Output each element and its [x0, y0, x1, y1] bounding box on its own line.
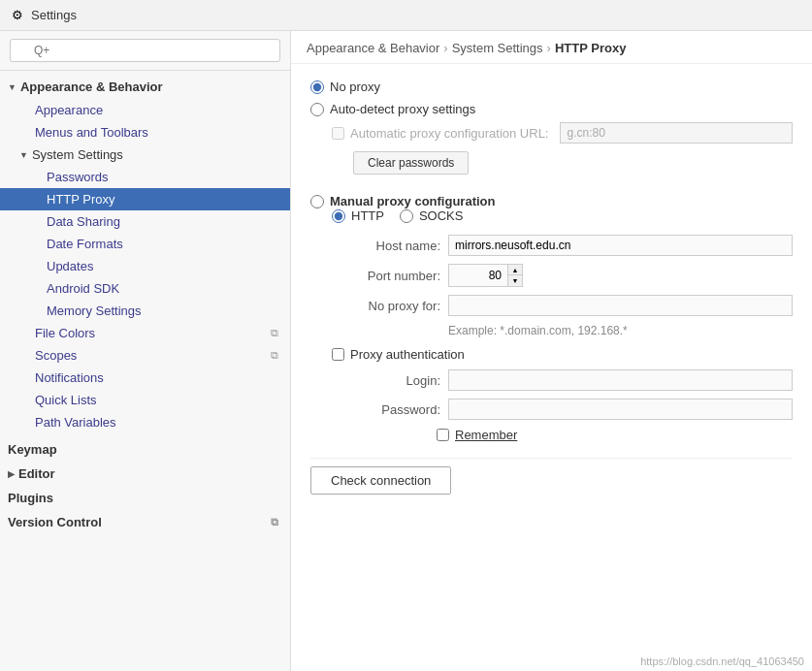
manual-proxy-label[interactable]: Manual proxy configuration	[330, 194, 495, 208]
search-wrapper: 🔍	[10, 39, 280, 62]
socks-radio[interactable]	[400, 209, 413, 223]
port-number-row: Port number: ▲ ▼	[332, 264, 793, 287]
http-radio-row: HTTP	[332, 208, 384, 223]
settings-icon: ⚙	[12, 8, 23, 22]
sidebar-section-label: Appearance & Behavior	[20, 80, 163, 94]
sidebar-item-scopes[interactable]: Scopes ⧉	[0, 344, 290, 367]
sidebar-item-system-settings[interactable]: ▼ System Settings	[0, 144, 290, 166]
manual-proxy-radio[interactable]	[310, 195, 324, 208]
host-name-row: Host name:	[332, 235, 793, 256]
proxy-auth-row: Proxy authentication	[332, 347, 793, 362]
http-socks-row: HTTP SOCKS	[332, 208, 793, 223]
breadcrumb-sep-2: ›	[547, 41, 551, 55]
title-bar: ⚙ Settings	[0, 0, 812, 31]
auto-config-label: Automatic proxy configuration URL:	[350, 126, 548, 141]
breadcrumb-sep-1: ›	[443, 41, 447, 55]
sidebar-item-data-sharing[interactable]: Data Sharing	[0, 210, 290, 233]
breadcrumb-part-2: System Settings	[452, 41, 543, 55]
sidebar-item-appearance[interactable]: Appearance	[0, 99, 290, 121]
login-input[interactable]	[448, 369, 793, 391]
sidebar-item-passwords[interactable]: Passwords	[0, 166, 290, 188]
breadcrumb-part-3: HTTP Proxy	[555, 41, 626, 55]
content-body: No proxy Auto-detect proxy settings Auto…	[291, 64, 812, 652]
login-label: Login:	[332, 373, 448, 388]
no-proxy-label[interactable]: No proxy	[330, 80, 380, 94]
port-number-input[interactable]	[449, 266, 507, 285]
example-text: Example: *.domain.com, 192.168.*	[448, 324, 793, 337]
no-proxy-for-row: No proxy for:	[332, 295, 793, 316]
expand-triangle-sys: ▼	[19, 150, 28, 160]
sidebar-item-menus-toolbars[interactable]: Menus and Toolbars	[0, 121, 290, 144]
no-proxy-row: No proxy	[310, 80, 793, 94]
socks-label[interactable]: SOCKS	[419, 208, 464, 223]
port-spinner: ▲ ▼	[448, 264, 523, 287]
watermark: https://blog.csdn.net/qq_41063450	[291, 652, 812, 671]
search-bar: 🔍	[0, 31, 290, 71]
login-row: Login:	[332, 369, 793, 391]
password-input[interactable]	[448, 399, 793, 420]
sidebar-item-android-sdk[interactable]: Android SDK	[0, 277, 290, 300]
host-name-input[interactable]	[448, 235, 793, 256]
window-title: Settings	[31, 8, 77, 22]
sidebar-item-plugins[interactable]: Plugins	[0, 486, 290, 510]
proxy-auth-label[interactable]: Proxy authentication	[350, 347, 465, 362]
auto-config-checkbox-row: Automatic proxy configuration URL:	[332, 122, 793, 144]
remember-row: Remember	[437, 428, 793, 442]
copy-icon-file-colors: ⧉	[271, 327, 278, 339]
password-row: Password:	[332, 399, 793, 420]
sidebar-content: ▼ Appearance & Behavior Appearance Menus…	[0, 71, 290, 538]
port-increment-button[interactable]: ▲	[508, 265, 522, 275]
remember-checkbox[interactable]	[437, 429, 449, 441]
main-container: 🔍 ▼ Appearance & Behavior Appearance Men…	[0, 31, 812, 671]
content-area: Appearance & Behavior › System Settings …	[291, 31, 812, 671]
check-connection-row: Check connection	[310, 458, 793, 495]
http-label[interactable]: HTTP	[351, 208, 384, 223]
sidebar-item-updates[interactable]: Updates	[0, 255, 290, 277]
sidebar-item-memory-settings[interactable]: Memory Settings	[0, 300, 290, 322]
auto-detect-label[interactable]: Auto-detect proxy settings	[330, 102, 475, 116]
sidebar-item-date-formats[interactable]: Date Formats	[0, 233, 290, 255]
proxy-auth-checkbox[interactable]	[332, 348, 344, 361]
http-radio[interactable]	[332, 209, 345, 223]
no-proxy-for-label: No proxy for:	[332, 299, 448, 313]
sidebar-item-http-proxy[interactable]: HTTP Proxy	[0, 188, 290, 210]
auto-config-section: Automatic proxy configuration URL: Clear…	[332, 122, 793, 186]
check-connection-button[interactable]: Check connection	[310, 466, 451, 495]
search-input[interactable]	[10, 39, 280, 62]
sidebar: 🔍 ▼ Appearance & Behavior Appearance Men…	[0, 31, 291, 671]
remember-label[interactable]: Remember	[455, 428, 517, 442]
auto-config-url-input[interactable]	[560, 122, 793, 144]
sidebar-item-file-colors[interactable]: File Colors ⧉	[0, 322, 290, 344]
auto-detect-row: Auto-detect proxy settings	[310, 102, 793, 116]
sidebar-item-path-variables[interactable]: Path Variables	[0, 411, 290, 433]
port-number-label: Port number:	[332, 269, 448, 283]
copy-icon-scopes: ⧉	[271, 349, 278, 362]
expand-triangle: ▼	[8, 82, 16, 92]
socks-radio-row: SOCKS	[400, 208, 464, 223]
clear-passwords-btn-wrapper: Clear passwords	[332, 151, 793, 186]
sidebar-item-keymap[interactable]: Keymap	[0, 437, 290, 462]
spinner-buttons: ▲ ▼	[507, 265, 522, 286]
breadcrumb-part-1: Appearance & Behavior	[307, 41, 439, 55]
no-proxy-for-input[interactable]	[448, 295, 793, 316]
breadcrumb: Appearance & Behavior › System Settings …	[291, 31, 812, 64]
password-label: Password:	[332, 402, 448, 417]
sidebar-item-notifications[interactable]: Notifications	[0, 367, 290, 389]
host-name-label: Host name:	[332, 239, 448, 253]
no-proxy-radio[interactable]	[310, 80, 324, 94]
sidebar-item-version-control[interactable]: Version Control ⧉	[0, 510, 290, 534]
expand-triangle-editor: ▶	[8, 469, 15, 479]
auto-detect-radio[interactable]	[310, 103, 324, 116]
sidebar-item-appearance-behavior[interactable]: ▼ Appearance & Behavior	[0, 75, 290, 99]
sidebar-item-editor[interactable]: ▶ Editor	[0, 462, 290, 486]
auto-config-checkbox[interactable]	[332, 127, 344, 140]
copy-icon-version-control: ⧉	[271, 516, 278, 528]
clear-passwords-button[interactable]: Clear passwords	[353, 151, 469, 175]
port-decrement-button[interactable]: ▼	[508, 275, 522, 286]
manual-proxy-row: Manual proxy configuration	[310, 194, 793, 208]
sidebar-item-quick-lists[interactable]: Quick Lists	[0, 389, 290, 411]
